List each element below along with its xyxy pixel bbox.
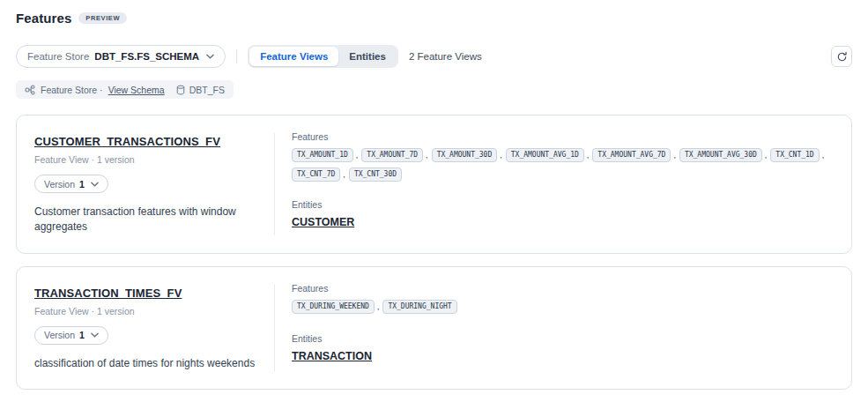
card-details: Features TX_AMOUNT_1D,TX_AMOUNT_7D,TX_AM… (275, 115, 851, 253)
feature-chip-group: TX_CNT_1D, (770, 148, 824, 162)
card-details: Features TX_DURING_WEEKEND,TX_DURING_NIG… (275, 267, 851, 389)
schema-icon (25, 85, 35, 95)
breadcrumb-database: DBT_FS (175, 85, 225, 95)
feature-chip-group: TX_AMOUNT_7D, (361, 148, 427, 162)
toolbar: Feature Store DBT_FS.FS_SCHEMA Feature V… (16, 45, 852, 68)
feature-chip: TX_AMOUNT_AVG_30D (679, 148, 762, 162)
version-select-label: Version (44, 330, 75, 340)
chip-separator: , (673, 151, 676, 160)
feature-chip-group: TX_DURING_WEEKEND, (292, 300, 379, 314)
breadcrumb-prefix: Feature Store · (41, 85, 103, 95)
database-icon (175, 85, 186, 95)
feature-view-description: Customer transaction features with windo… (34, 205, 256, 235)
page-header: Features PREVIEW (16, 11, 852, 26)
feature-store-select-label: Feature Store (27, 51, 89, 62)
feature-chip-group: TX_AMOUNT_AVG_1D, (506, 148, 590, 162)
entity-link[interactable]: TRANSACTION (292, 350, 372, 362)
feature-chip: TX_AMOUNT_30D (432, 148, 498, 162)
chip-separator: , (822, 151, 825, 160)
version-select[interactable]: Version 1 (34, 326, 108, 345)
feature-chip-group: TX_CNT_30D (349, 168, 402, 182)
chip-separator: , (500, 151, 502, 160)
chip-separator: , (587, 151, 590, 160)
view-tabs: Feature Views Entities (248, 45, 398, 68)
chip-separator: , (426, 151, 428, 160)
feature-chip: TX_DURING_NIGHT (382, 300, 456, 314)
view-schema-link[interactable]: View Schema (108, 85, 165, 95)
feature-chip: TX_AMOUNT_7D (361, 148, 423, 162)
feature-view-card: TRANSACTION_TIMES_FV Feature View · 1 ve… (16, 266, 852, 390)
version-select-value: 1 (79, 179, 85, 190)
toolbar-divider (236, 49, 237, 63)
chip-separator: , (343, 170, 345, 179)
page-title: Features (16, 11, 71, 26)
database-name: DBT_FS (189, 85, 225, 95)
feature-chip-list: TX_DURING_WEEKEND,TX_DURING_NIGHT (292, 300, 831, 314)
feature-chip: TX_CNT_7D (292, 168, 340, 182)
feature-chip: TX_CNT_1D (770, 148, 819, 162)
feature-chip: TX_CNT_30D (349, 168, 402, 182)
tab-feature-views[interactable]: Feature Views (249, 47, 338, 66)
feature-store-select[interactable]: Feature Store DBT_FS.FS_SCHEMA (16, 45, 226, 68)
chevron-down-icon (91, 182, 99, 187)
breadcrumb: Feature Store · View Schema DBT_FS (16, 80, 234, 99)
features-section-label: Features (292, 131, 835, 142)
entities-section-label: Entities (292, 199, 835, 210)
feature-chip-group: TX_AMOUNT_1D, (292, 148, 358, 162)
card-summary: TRANSACTION_TIMES_FV Feature View · 1 ve… (17, 267, 274, 389)
features-section-label: Features (292, 283, 835, 294)
feature-chip-list: TX_AMOUNT_1D,TX_AMOUNT_7D,TX_AMOUNT_30D,… (292, 148, 831, 182)
feature-chip: TX_AMOUNT_AVG_7D (592, 148, 671, 162)
feature-view-meta: Feature View · 1 version (34, 306, 256, 316)
features-page: Features PREVIEW Feature Store DBT_FS.FS… (0, 0, 868, 390)
feature-view-card: CUSTOMER_TRANSACTIONS_FV Feature View · … (16, 115, 852, 254)
feature-view-meta: Feature View · 1 version (34, 154, 256, 165)
entities-section: Entities TRANSACTION (292, 333, 835, 363)
feature-chip-group: TX_DURING_NIGHT (382, 300, 456, 314)
version-select[interactable]: Version 1 (34, 175, 108, 193)
feature-views-count: 2 Feature Views (409, 51, 482, 62)
entities-section-label: Entities (292, 333, 835, 344)
tab-entities[interactable]: Entities (338, 47, 397, 66)
entities-section: Entities CUSTOMER (292, 199, 835, 229)
refresh-icon (836, 51, 848, 63)
version-select-label: Version (44, 179, 75, 190)
feature-chip: TX_AMOUNT_AVG_1D (506, 148, 584, 162)
feature-store-select-value: DBT_FS.FS_SCHEMA (94, 51, 199, 62)
feature-chip: TX_DURING_WEEKEND (292, 300, 375, 314)
feature-chip-group: TX_CNT_7D, (292, 168, 345, 182)
feature-chip-group: TX_AMOUNT_30D, (432, 148, 502, 162)
preview-badge: PREVIEW (78, 12, 127, 25)
feature-view-description: classification of date times for nights … (34, 356, 256, 371)
feature-chip-group: TX_AMOUNT_AVG_30D, (679, 148, 767, 162)
card-summary: CUSTOMER_TRANSACTIONS_FV Feature View · … (17, 115, 274, 253)
chip-separator: , (377, 302, 380, 311)
chevron-down-icon (206, 54, 214, 59)
entity-link[interactable]: CUSTOMER (292, 216, 354, 228)
feature-view-title-link[interactable]: CUSTOMER_TRANSACTIONS_FV (34, 135, 220, 148)
feature-view-title-link[interactable]: TRANSACTION_TIMES_FV (34, 287, 182, 300)
toolbar-right (831, 46, 852, 67)
refresh-button[interactable] (831, 46, 852, 67)
chip-separator: , (765, 151, 768, 160)
feature-chip-group: TX_AMOUNT_AVG_7D, (592, 148, 676, 162)
feature-chip: TX_AMOUNT_1D (292, 148, 353, 162)
chip-separator: , (356, 151, 359, 160)
version-select-value: 1 (79, 330, 85, 340)
chevron-down-icon (91, 332, 99, 338)
